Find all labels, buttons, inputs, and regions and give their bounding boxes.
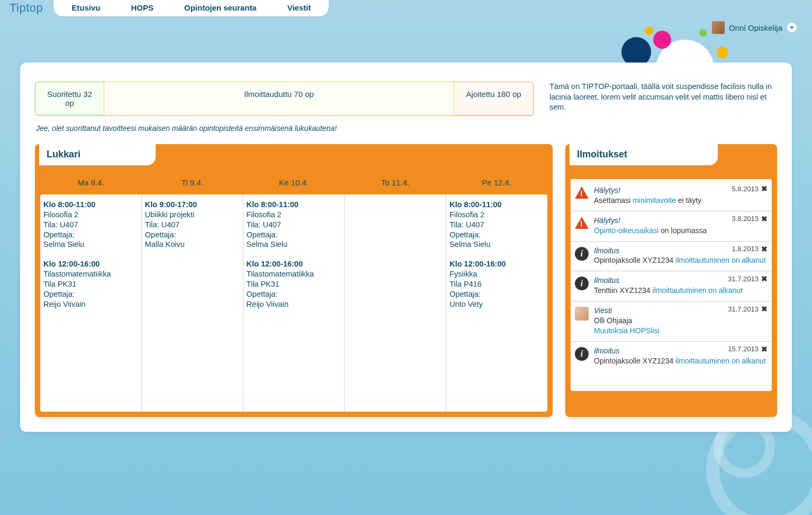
progress-bar: Suoritettu 32 op Ilmoittauduttu 70 op Aj… xyxy=(35,82,534,116)
close-icon[interactable]: ✖ xyxy=(761,215,768,223)
day-header: Ke 10.4. xyxy=(243,176,345,191)
progress-completed: Suoritettu 32 op xyxy=(35,82,104,116)
day-column xyxy=(345,194,446,412)
notification-link[interactable]: minimitavoite xyxy=(633,196,676,205)
notification-item[interactable]: ViestiOlli OhjaajaMuutoksia HOPSiisi31.7… xyxy=(572,301,771,342)
day-column: Klo 8:00-11:00Filosofia 2Tila: U407Opett… xyxy=(40,194,142,412)
notification-link[interactable]: Opinto-oikeusaikasi xyxy=(594,226,658,235)
user-name: Onni Opiskelija xyxy=(729,23,782,32)
notification-item[interactable]: Hälytys!Asettamasi minimitavoite ei täyt… xyxy=(572,181,771,211)
notification-link[interactable]: ilmoittautuminen on alkanut xyxy=(675,256,765,264)
day-header: Pe 12.4. xyxy=(446,176,547,191)
notification-item[interactable]: iIlmoitusTenttiin XYZ1234 ilmoittautumin… xyxy=(572,271,771,301)
main-nav: Etusivu HOPS Opintojen seuranta Viestit xyxy=(53,0,329,16)
day-header: Ma 8.4. xyxy=(40,176,142,191)
schedule-panel: Lukkari Ma 8.4.Ti 9.4.Ke 10.4.To 11.4.Pe… xyxy=(35,144,553,417)
close-icon[interactable]: ✖ xyxy=(761,245,768,253)
day-column: Klo 8:00-11:00Filosofia 2Tila: U407Opett… xyxy=(243,194,345,412)
success-message: Jee, olet suorittanut tavoitteesi mukais… xyxy=(36,124,777,132)
info-icon: i xyxy=(575,277,589,290)
user-avatar-icon xyxy=(712,21,725,34)
notifications-title: Ilmoitukset xyxy=(570,143,718,165)
day-header: Ti 9.4. xyxy=(142,176,243,191)
close-icon[interactable]: ✖ xyxy=(761,345,768,353)
notifications-list[interactable]: Hälytys!Asettamasi minimitavoite ei täyt… xyxy=(571,179,772,391)
user-dropdown-button[interactable] xyxy=(787,22,797,33)
info-icon: i xyxy=(575,247,589,261)
schedule-event[interactable]: Klo 12:00-16:00TilastomatematiikkaTila P… xyxy=(43,259,138,309)
notification-item[interactable]: iIlmoitusOpintojaksolle XYZ1234 ilmoitta… xyxy=(572,342,771,371)
close-icon[interactable]: ✖ xyxy=(761,184,768,193)
close-icon[interactable]: ✖ xyxy=(761,305,768,313)
notification-link[interactable]: ilmoittautuminen on alkanut xyxy=(653,286,743,295)
notification-link[interactable]: Muutoksia HOPSiisi xyxy=(594,326,660,335)
alert-icon xyxy=(575,187,589,199)
notification-meta: 5.8.2013 ✖ xyxy=(732,184,768,193)
nav-hops[interactable]: HOPS xyxy=(129,2,156,13)
notification-item[interactable]: iIlmoitusOpintojaksolle XYZ1234 ilmoitta… xyxy=(572,242,771,272)
nav-seuranta[interactable]: Opintojen seuranta xyxy=(182,2,259,13)
notification-meta: 3.8.2013 ✖ xyxy=(732,215,768,223)
day-column: Klo 8:00-11:00Filosofia 2Tila: U407Opett… xyxy=(446,194,547,412)
notifications-panel: Ilmoitukset Hälytys!Asettamasi minimitav… xyxy=(565,144,777,417)
notification-meta: 31.7.2013 ✖ xyxy=(728,305,768,313)
alert-icon xyxy=(575,217,589,229)
notification-link[interactable]: ilmoittautuminen on alkanut xyxy=(675,357,765,365)
user-menu[interactable]: Onni Opiskelija xyxy=(712,21,797,34)
close-icon[interactable]: ✖ xyxy=(761,274,768,283)
schedule-event[interactable]: Klo 8:00-11:00Filosofia 2Tila: U407Opett… xyxy=(449,200,544,250)
day-header: To 11.4. xyxy=(345,176,446,191)
schedule-title: Lukkari xyxy=(39,143,156,165)
app-logo: Tiptop xyxy=(0,1,53,15)
notification-meta: 1.8.2013 ✖ xyxy=(732,245,768,253)
progress-scheduled: Ajoitettu 180 op xyxy=(454,82,534,116)
notification-meta: 31.7.2013 ✖ xyxy=(728,274,768,283)
schedule-event[interactable]: Klo 8:00-11:00Filosofia 2Tila: U407Opett… xyxy=(247,200,341,250)
notification-meta: 15.7.2013 ✖ xyxy=(728,345,768,353)
day-column: Klo 9:00-17:00Ubiikki projektiTila: U407… xyxy=(142,194,243,412)
schedule-event[interactable]: Klo 12:00-16:00TilastomatematiikkaTila P… xyxy=(247,259,341,309)
info-icon: i xyxy=(575,347,589,361)
nav-etusivu[interactable]: Etusivu xyxy=(69,2,102,13)
intro-text: Tämä on TIPTOP-portaali, täällä voit sus… xyxy=(549,82,777,113)
schedule-event[interactable]: Klo 8:00-11:00Filosofia 2Tila: U407Opett… xyxy=(43,200,138,250)
avatar-icon xyxy=(575,307,589,321)
nav-viestit[interactable]: Viestit xyxy=(285,2,313,13)
progress-enrolled: Ilmoittauduttu 70 op xyxy=(104,82,454,116)
schedule-event[interactable]: Klo 9:00-17:00Ubiikki projektiTila: U407… xyxy=(145,200,240,250)
notification-item[interactable]: Hälytys!Opinto-oikeusaikasi on lopumassa… xyxy=(572,211,771,242)
schedule-event[interactable]: Klo 12:00-16:00FysiikkaTila P416Opettaja… xyxy=(449,259,544,309)
